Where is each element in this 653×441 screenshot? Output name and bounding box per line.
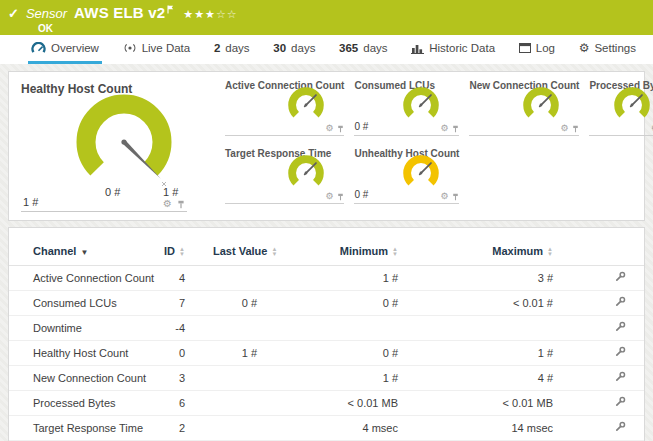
- tab-log[interactable]: Log: [516, 35, 558, 64]
- table-row[interactable]: Downtime -4: [9, 316, 644, 341]
- table-row[interactable]: Processed Bytes 6 < 0.01 MB < 0.01 MB: [9, 391, 644, 416]
- cell-channel: Active Connection Count: [9, 266, 159, 291]
- cell-last-value: [191, 416, 269, 441]
- primary-gauge-actions: ⚙: [163, 199, 185, 209]
- priority-stars[interactable]: ★★★☆☆: [183, 8, 237, 21]
- sort-icon[interactable]: ▲▼: [271, 247, 277, 257]
- cell-last-value: [191, 391, 269, 416]
- channel-settings-wrench-icon[interactable]: [615, 396, 626, 407]
- cell-last-value: 0 #: [191, 291, 269, 316]
- mini-gauge-actions: ⚙: [440, 192, 459, 201]
- cell-minimum: < 0.01 MB: [269, 391, 404, 416]
- stars-filled: ★★★: [183, 8, 216, 20]
- tab-label: Overview: [51, 42, 99, 54]
- column-label: ID: [164, 245, 175, 257]
- tab-settings[interactable]: ⚙Settings: [576, 35, 639, 64]
- gauge-settings-icon[interactable]: ⚙: [560, 124, 568, 133]
- channel-settings-wrench-icon[interactable]: [615, 321, 626, 332]
- pin-icon[interactable]: [337, 193, 344, 201]
- channel-settings-wrench-icon[interactable]: [615, 371, 626, 382]
- cell-channel: Healthy Host Count: [9, 341, 159, 366]
- column-label: Last Value: [213, 245, 267, 257]
- table-row[interactable]: Target Response Time 2 4 msec 14 msec: [9, 416, 644, 441]
- tab-2-days[interactable]: 2days: [211, 35, 253, 64]
- tab-30-days[interactable]: 30days: [270, 35, 318, 64]
- mini-gauges-grid: Active Connection Count ⚙ Consumed LCUs …: [225, 80, 653, 220]
- tab-number: 30: [273, 42, 286, 54]
- mini-gauge-tile[interactable]: Consumed LCUs 0 # ⚙: [354, 80, 459, 136]
- cell-last-value: [191, 266, 269, 291]
- mini-gauge-actions: ⚙: [560, 124, 579, 133]
- tab-label: Live Data: [142, 42, 191, 54]
- sort-icon[interactable]: ▲▼: [392, 247, 398, 257]
- column-header-min[interactable]: Minimum▲▼: [269, 240, 404, 266]
- column-header-last[interactable]: Last Value▲▼: [191, 240, 269, 266]
- mini-gauge: [515, 85, 567, 125]
- sensor-title: AWS ELB v2: [74, 4, 165, 21]
- mini-gauge-tile[interactable]: Processed Bytes ⚙: [589, 80, 653, 136]
- channel-settings-wrench-icon[interactable]: [615, 346, 626, 357]
- sensor-status-row: OK: [8, 23, 643, 34]
- pin-icon[interactable]: [337, 125, 344, 133]
- cell-id: 0: [159, 341, 191, 366]
- cell-last-value: 1 #: [191, 341, 269, 366]
- stars-empty: ☆☆: [216, 8, 238, 20]
- cell-minimum: 4 msec: [269, 416, 404, 441]
- tab-label: days: [225, 42, 249, 54]
- cell-channel: Target Response Time: [9, 416, 159, 441]
- content-area: Healthy Host Count 0 # 1 # 1 # ⚙ Active …: [0, 64, 653, 441]
- cell-id: 6: [159, 391, 191, 416]
- tab-label: Settings: [594, 42, 636, 54]
- pin-icon[interactable]: [572, 125, 579, 133]
- sort-icon[interactable]: ▲▼: [547, 247, 553, 257]
- pin-icon[interactable]: [177, 200, 185, 209]
- gauge-settings-icon[interactable]: ⚙: [325, 192, 333, 201]
- overview-icon: [31, 42, 46, 54]
- cell-channel: Downtime: [9, 316, 159, 341]
- gauge-scale-max-label: 1 #: [163, 186, 178, 198]
- column-header-id[interactable]: ID▲▼: [159, 240, 191, 266]
- sensor-header: ✓ Sensor AWS ELB v2 ★★★☆☆ OK: [0, 0, 653, 35]
- table-row[interactable]: Healthy Host Count 0 1 # 0 # 1 #: [9, 341, 644, 366]
- mini-gauge-tile[interactable]: Active Connection Count ⚙: [225, 80, 344, 136]
- cell-maximum: < 0.01 MB: [404, 391, 559, 416]
- mini-gauge-tile[interactable]: Target Response Time ⚙: [225, 148, 344, 204]
- tab-historic-data[interactable]: Historic Data: [408, 35, 498, 64]
- cell-maximum: < 0.01 #: [404, 291, 559, 316]
- gauge-settings-icon[interactable]: ⚙: [163, 199, 172, 209]
- table-row[interactable]: Active Connection Count 4 1 # 3 #: [9, 266, 644, 291]
- mini-gauge: [280, 85, 332, 125]
- table-row[interactable]: Consumed LCUs 7 0 # 0 # < 0.01 #: [9, 291, 644, 316]
- gauge-scale-min-label: 0 #: [105, 186, 120, 198]
- log-icon: [519, 43, 531, 53]
- tab-overview[interactable]: Overview: [28, 35, 102, 64]
- channel-settings-wrench-icon[interactable]: [615, 271, 626, 282]
- gauge-settings-icon[interactable]: ⚙: [440, 124, 448, 133]
- tab-live-data[interactable]: Live Data: [120, 35, 194, 64]
- column-header-max[interactable]: Maximum▲▼: [404, 240, 559, 266]
- tab-365-days[interactable]: 365days: [336, 35, 390, 64]
- primary-gauge-tile[interactable]: Healthy Host Count 0 # 1 # 1 # ⚙: [21, 80, 187, 212]
- sort-icon[interactable]: ▲▼: [179, 247, 185, 257]
- pin-icon[interactable]: [452, 193, 459, 201]
- column-header-channel[interactable]: Channel▼: [9, 240, 159, 266]
- cell-id: -4: [159, 316, 191, 341]
- gauge-settings-icon[interactable]: ⚙: [325, 124, 333, 133]
- channel-settings-wrench-icon[interactable]: [615, 296, 626, 307]
- channel-settings-wrench-icon[interactable]: [615, 421, 626, 432]
- tab-label: Historic Data: [429, 42, 495, 54]
- cell-maximum: 3 #: [404, 266, 559, 291]
- column-label: Minimum: [340, 245, 388, 257]
- gauge-settings-icon[interactable]: ⚙: [440, 192, 448, 201]
- mini-gauge-actions: ⚙: [325, 124, 344, 133]
- cell-id: 4: [159, 266, 191, 291]
- settings-icon: ⚙: [579, 42, 590, 54]
- mini-gauge-actions: ⚙: [440, 124, 459, 133]
- pin-icon[interactable]: [452, 125, 459, 133]
- cell-minimum: 1 #: [269, 366, 404, 391]
- mini-gauge-tile[interactable]: Unhealthy Host Count 0 # ⚙: [354, 148, 459, 204]
- sort-active-icon[interactable]: ▼: [80, 248, 88, 257]
- overview-gauges-panel: Healthy Host Count 0 # 1 # 1 # ⚙ Active …: [8, 71, 645, 221]
- table-row[interactable]: New Connection Count 3 1 # 4 #: [9, 366, 644, 391]
- mini-gauge-tile[interactable]: New Connection Count ⚙: [469, 80, 579, 136]
